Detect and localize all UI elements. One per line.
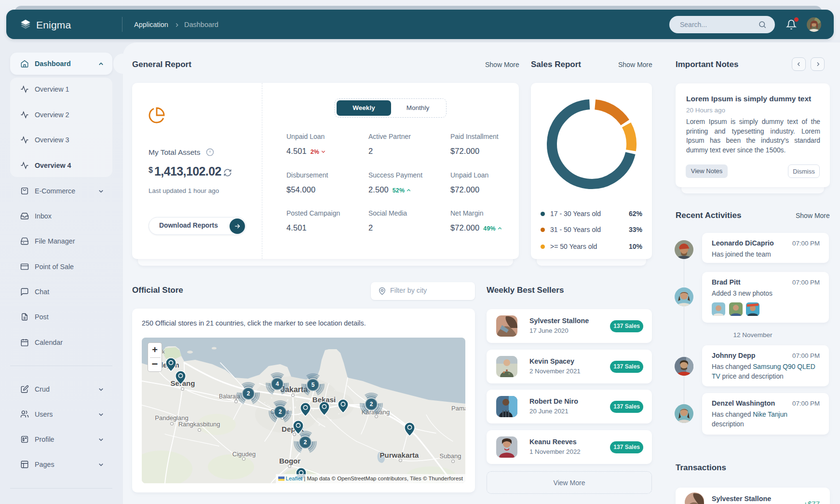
svg-text:2: 2	[304, 439, 307, 446]
svg-text:2: 2	[370, 401, 373, 408]
svg-text:4: 4	[276, 381, 279, 387]
svg-text:5: 5	[312, 381, 315, 388]
svg-text:2: 2	[247, 390, 250, 397]
svg-text:2: 2	[279, 409, 282, 415]
